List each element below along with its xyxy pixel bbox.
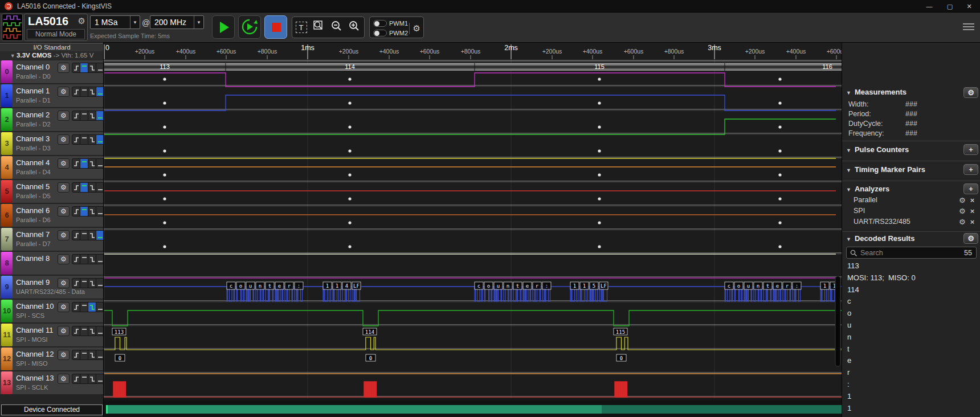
trigger-falling-edge-icon[interactable] (88, 374, 96, 383)
decoded-result-row[interactable]: 1 (847, 392, 851, 400)
trigger-position-button[interactable]: T (296, 22, 307, 33)
channel-settings-gear-icon[interactable]: ⚙ (58, 63, 70, 73)
trigger-rising-edge-icon[interactable] (72, 350, 80, 359)
trigger-low-level-icon[interactable] (96, 374, 104, 383)
trigger-falling-edge-icon[interactable] (88, 63, 96, 72)
decoded-result-row[interactable]: MOSI: 113; MISO: 0 (847, 273, 916, 282)
add-timing-marker-button[interactable]: + (963, 164, 978, 175)
channel-settings-gear-icon[interactable]: ⚙ (58, 158, 70, 169)
trigger-high-level-icon[interactable] (80, 255, 88, 264)
trigger-rising-edge-icon[interactable] (72, 207, 80, 216)
trigger-rising-edge-icon[interactable] (72, 135, 80, 144)
sample-count-dropdown[interactable]: 1 MSa ▼ (90, 15, 140, 29)
trigger-low-level-icon[interactable] (96, 350, 104, 359)
trigger-rising-edge-icon[interactable] (72, 374, 80, 383)
io-standard-header[interactable]: I/O Standard (0, 43, 104, 51)
decoded-result-row[interactable]: t (847, 345, 850, 353)
minimize-button[interactable]: — (920, 0, 939, 13)
decoded-result-row[interactable]: 1 (847, 404, 851, 412)
waveform-view[interactable]: 01ms2ms3ms+200us+400us+600us+800us+200us… (104, 43, 842, 417)
pwm2-toggle[interactable]: PWM2 (373, 28, 408, 38)
overview-scroll-bar[interactable] (104, 400, 842, 417)
channel-row-12[interactable]: 12Channel 12SPI - MISO⚙ (0, 348, 104, 370)
trigger-rising-edge-icon[interactable] (72, 63, 80, 72)
analyzer-remove-icon[interactable]: × (970, 207, 975, 215)
trigger-low-level-icon[interactable] (96, 231, 104, 240)
pwm-settings-gear-icon[interactable]: ⚙ (409, 23, 420, 34)
decoded-result-row[interactable]: n (847, 333, 851, 341)
channel-name[interactable]: Channel 3 (16, 134, 50, 143)
trigger-falling-edge-icon[interactable] (88, 255, 96, 264)
channel-name[interactable]: Channel 12 (16, 350, 54, 358)
analyzer-gear-icon[interactable]: ⚙ (959, 196, 966, 205)
pulse-counters-header[interactable]: ▼Pulse Counters (846, 145, 909, 154)
channel-row-8[interactable]: 8Channel 8⚙ (0, 252, 104, 275)
trigger-high-level-icon[interactable] (80, 374, 88, 383)
measurements-header[interactable]: ▼Measurements (846, 88, 906, 96)
channel-name[interactable]: Channel 6 (16, 206, 50, 215)
channel-settings-gear-icon[interactable]: ⚙ (58, 302, 70, 312)
trigger-high-level-icon[interactable] (80, 87, 88, 96)
decoded-result-row[interactable]: r (847, 368, 850, 377)
trigger-high-level-icon[interactable] (80, 231, 88, 240)
trigger-high-level-icon[interactable] (80, 135, 88, 144)
chevron-down-icon[interactable]: ▼ (194, 16, 203, 28)
trigger-falling-edge-icon[interactable] (88, 159, 96, 168)
channel-settings-gear-icon[interactable]: ⚙ (58, 111, 70, 121)
channel-row-11[interactable]: 11Channel 11SPI - MOSI⚙ (0, 324, 104, 346)
add-pulse-counter-button[interactable]: + (963, 144, 978, 155)
channel-settings-gear-icon[interactable]: ⚙ (58, 254, 70, 264)
channel-settings-gear-icon[interactable]: ⚙ (58, 230, 70, 240)
channel-row-0[interactable]: 0Channel 0Parallel - D0⚙ (0, 60, 104, 83)
add-analyzer-button[interactable]: + (963, 183, 978, 194)
trigger-falling-edge-icon[interactable] (88, 350, 96, 359)
channel-settings-gear-icon[interactable]: ⚙ (58, 350, 70, 360)
channel-name[interactable]: Channel 2 (16, 111, 50, 119)
channel-settings-gear-icon[interactable]: ⚙ (58, 374, 70, 384)
trigger-low-level-icon[interactable] (96, 302, 104, 312)
measurements-gear-icon[interactable]: ⚙ (963, 87, 978, 98)
trigger-rising-edge-icon[interactable] (72, 326, 80, 336)
trigger-rising-edge-icon[interactable] (72, 302, 80, 312)
decoded-result-row[interactable]: 113 (847, 261, 859, 270)
trigger-high-level-icon[interactable] (80, 279, 88, 288)
decoded-results-gear-icon[interactable]: ⚙ (963, 233, 978, 244)
channel-row-10[interactable]: 10Channel 10SPI - SCS⚙ (0, 300, 104, 322)
trigger-low-level-icon[interactable] (96, 87, 104, 96)
trigger-falling-edge-icon[interactable] (88, 207, 96, 216)
device-settings-gear-icon[interactable]: ⚙ (78, 16, 85, 26)
channel-name[interactable]: Channel 7 (16, 230, 50, 239)
trigger-falling-edge-icon[interactable] (88, 302, 96, 312)
vertical-scrollbar-thumb[interactable] (835, 276, 840, 366)
analyzer-item-uart-rs232-485[interactable]: UART/RS232/485 (854, 218, 910, 226)
decoded-results-header[interactable]: ▼Decoded Results (846, 234, 914, 243)
trigger-low-level-icon[interactable] (96, 207, 104, 216)
channel-name[interactable]: Channel 9 (16, 278, 50, 287)
decoded-result-row[interactable]: e (847, 356, 851, 365)
io-standard-detail[interactable]: ▼ 3.3V CMOS -> Vth: 1.65 V (0, 51, 104, 60)
stop-button[interactable] (264, 15, 287, 39)
menu-hamburger-icon[interactable] (963, 22, 974, 32)
trigger-rising-edge-icon[interactable] (72, 111, 80, 120)
channel-name[interactable]: Channel 1 (16, 87, 50, 95)
channel-name[interactable]: Channel 8 (16, 254, 50, 263)
analyzer-item-spi[interactable]: SPI (854, 207, 865, 215)
trigger-low-level-icon[interactable] (96, 63, 104, 72)
analyzer-remove-icon[interactable]: × (970, 218, 975, 226)
zoom-in-button[interactable] (345, 19, 363, 35)
channel-row-2[interactable]: 2Channel 2Parallel - D2⚙ (0, 108, 104, 131)
trigger-high-level-icon[interactable] (80, 350, 88, 359)
start-button[interactable] (212, 15, 235, 39)
channel-settings-gear-icon[interactable]: ⚙ (58, 206, 70, 216)
trigger-low-level-icon[interactable] (96, 326, 104, 336)
analyzer-gear-icon[interactable]: ⚙ (959, 207, 966, 215)
channel-row-13[interactable]: 13Channel 13SPI - SCLK⚙ (0, 371, 104, 394)
channel-name[interactable]: Channel 13 (16, 374, 54, 382)
trigger-high-level-icon[interactable] (80, 159, 88, 168)
chevron-down-icon[interactable]: ▼ (130, 16, 140, 28)
repeat-run-button[interactable] (238, 15, 261, 39)
trigger-low-level-icon[interactable] (96, 159, 104, 168)
trigger-high-level-icon[interactable] (80, 207, 88, 216)
trigger-low-level-icon[interactable] (96, 135, 104, 144)
close-button[interactable]: ✕ (959, 0, 979, 13)
